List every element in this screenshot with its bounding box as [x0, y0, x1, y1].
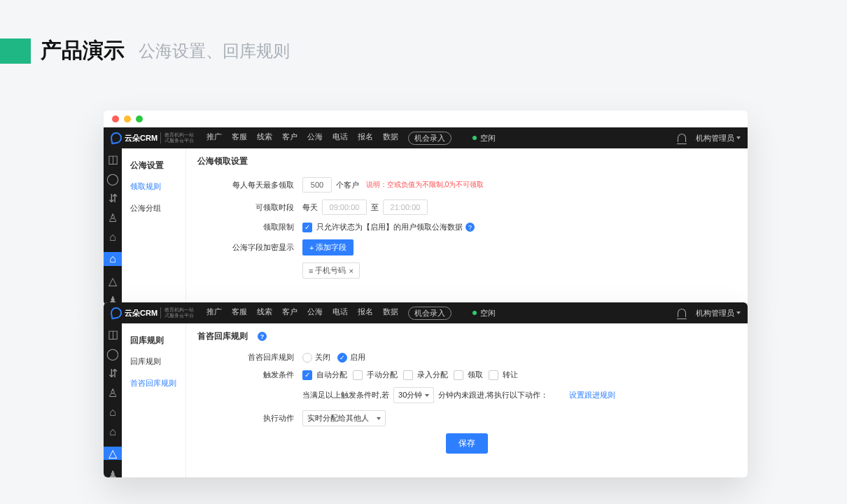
- nav-item[interactable]: 报名: [358, 307, 373, 320]
- top-nav: 推广 客服 线索 客户 公海 电话 报名 数据 机会录入: [206, 307, 451, 320]
- rail-icon[interactable]: ◫: [108, 154, 118, 164]
- cb-manual[interactable]: ✓: [353, 370, 363, 380]
- to: 至: [371, 202, 379, 213]
- user-menu[interactable]: 机构管理员: [696, 133, 741, 144]
- action-select[interactable]: 实时分配给其他人: [302, 410, 386, 426]
- rail-icon[interactable]: ⌂: [108, 407, 118, 417]
- slide-title: 产品演示: [41, 36, 125, 65]
- radio-off[interactable]: [302, 353, 312, 363]
- nav-item[interactable]: 数据: [383, 307, 398, 320]
- content-panel: 公海领取设置 每人每天最多领取 500 个客户 说明：空或负值为不限制,0为不可…: [186, 148, 748, 305]
- slide-accent: [0, 38, 31, 64]
- link-set-follow-rules[interactable]: 设置跟进规则: [569, 390, 615, 400]
- rail-icon[interactable]: ⌂: [108, 232, 118, 242]
- nav-item[interactable]: 客户: [282, 307, 298, 320]
- rail-icon[interactable]: ♙: [108, 388, 118, 398]
- cb-transfer[interactable]: ✓: [489, 370, 498, 380]
- slide-header: 产品演示 公海设置、回库规则: [0, 36, 290, 65]
- nav-item[interactable]: 公海: [307, 307, 323, 320]
- row-encrypt-fields: 公海字段加密显示 +添加字段: [197, 239, 736, 255]
- side-nav: 回库规则 回库规则 首咨回库规则: [122, 323, 186, 477]
- side-item-first-consult-rules[interactable]: 首咨回库规则: [122, 372, 186, 394]
- side-item-return-rules[interactable]: 回库规则: [122, 351, 186, 372]
- time-start-input[interactable]: 09:00:00: [322, 200, 367, 215]
- side-title: 公海设置: [122, 155, 186, 176]
- suffix: 个客户: [336, 180, 359, 190]
- logo-tagline: 教育机构一站 式服务云平台: [160, 132, 194, 143]
- rail-icon[interactable]: ♟: [108, 470, 118, 477]
- rail-icon[interactable]: ⌂: [108, 427, 118, 437]
- bell-icon[interactable]: [678, 309, 686, 317]
- logo[interactable]: 云朵CRM 教育机构一站 式服务云平台: [111, 132, 194, 144]
- nav-item[interactable]: 线索: [257, 307, 272, 320]
- status-text: 空闲: [480, 133, 496, 144]
- nav-item[interactable]: 推广: [206, 307, 222, 320]
- nav-pill[interactable]: 机会录入: [408, 307, 451, 320]
- help-icon[interactable]: ?: [465, 223, 475, 232]
- logo-icon: [110, 307, 123, 320]
- help-icon[interactable]: ?: [258, 332, 267, 341]
- hint: 说明：空或负值为不限制,0为不可领取: [366, 180, 484, 190]
- checkbox-enabled-only[interactable]: ✓: [302, 223, 312, 232]
- field-tag-phone[interactable]: ≡手机号码×: [302, 262, 360, 279]
- nav-item[interactable]: 电话: [332, 307, 348, 320]
- minutes-select[interactable]: 30分钟: [393, 387, 434, 403]
- add-field-button[interactable]: +添加字段: [302, 239, 354, 255]
- cb-auto[interactable]: ✓: [302, 370, 312, 380]
- close-dot[interactable]: [112, 115, 119, 122]
- rail-icon[interactable]: ◫: [108, 329, 118, 339]
- rail-icon[interactable]: ◯: [108, 349, 118, 358]
- side-item-groups[interactable]: 公海分组: [122, 197, 186, 219]
- close-icon[interactable]: ×: [349, 267, 353, 275]
- window-gonghai-settings: 云朵CRM 教育机构一站 式服务云平台 推广 客服 线索 客户 公海 电话 报名…: [104, 111, 748, 305]
- side-item-claim-rules[interactable]: 领取规则: [122, 176, 186, 197]
- checkbox-label: 只允许状态为【启用】的用户领取公海数据: [316, 222, 463, 232]
- user-menu[interactable]: 机构管理员: [696, 308, 741, 318]
- max-claim-input[interactable]: 500: [302, 177, 332, 192]
- cb-input[interactable]: ✓: [403, 370, 413, 380]
- radio-off-label: 关闭: [315, 352, 330, 363]
- cb-claim[interactable]: ✓: [454, 370, 463, 380]
- rail-icon[interactable]: ⇵: [108, 368, 118, 378]
- nav-item[interactable]: 推广: [206, 132, 222, 145]
- min-dot[interactable]: [124, 115, 131, 122]
- status-indicator[interactable]: 空闲: [472, 133, 496, 144]
- logo-brand: 云朵CRM: [125, 308, 158, 318]
- radio-on[interactable]: [337, 353, 347, 363]
- chevron-down-icon: [377, 417, 381, 420]
- icon-rail: ◫ ◯ ⇵ ♙ ⌂ ⌂ △ ♟: [104, 148, 122, 305]
- drag-icon: ≡: [309, 267, 312, 275]
- rail-icon[interactable]: ♙: [108, 213, 118, 223]
- rail-icon-active[interactable]: ⌂: [104, 252, 122, 266]
- status-text: 空闲: [480, 308, 496, 318]
- nav-item[interactable]: 数据: [383, 132, 398, 145]
- nav-item[interactable]: 线索: [257, 132, 272, 145]
- label: 执行动作: [197, 413, 302, 424]
- rail-icon-active[interactable]: △: [104, 447, 122, 460]
- rail-icon[interactable]: △: [108, 276, 118, 286]
- topbar: 云朵CRM 教育机构一站 式服务云平台 推广 客服 线索 客户 公海 电话 报名…: [104, 127, 748, 148]
- nav-item[interactable]: 客户: [282, 132, 298, 145]
- row-field-tags: ≡手机号码×: [197, 262, 736, 279]
- nav-pill[interactable]: 机会录入: [408, 132, 451, 145]
- rail-icon[interactable]: ⇵: [108, 193, 118, 203]
- max-dot[interactable]: [136, 115, 143, 122]
- row-time-range: 可领取时段 每天 09:00:00 至 21:00:00: [197, 200, 736, 215]
- logo[interactable]: 云朵CRM 教育机构一站 式服务云平台: [111, 307, 194, 318]
- nav-item[interactable]: 客服: [232, 307, 247, 320]
- nav-item[interactable]: 电话: [332, 132, 348, 145]
- save-button[interactable]: 保存: [446, 433, 488, 454]
- content-title: 公海领取设置: [197, 155, 736, 167]
- nav-item[interactable]: 客服: [232, 132, 247, 145]
- nav-item[interactable]: 公海: [307, 132, 323, 145]
- status-indicator[interactable]: 空闲: [472, 308, 496, 318]
- bell-icon[interactable]: [678, 134, 686, 142]
- prefix: 每天: [302, 202, 318, 213]
- side-nav: 公海设置 领取规则 公海分组: [122, 148, 186, 305]
- cond-pre: 当满足以上触发条件时,若: [302, 390, 389, 400]
- row-action: 执行动作 实时分配给其他人: [197, 410, 736, 426]
- time-end-input[interactable]: 21:00:00: [383, 200, 428, 215]
- nav-item[interactable]: 报名: [358, 132, 373, 145]
- icon-rail: ◫ ◯ ⇵ ♙ ⌂ ⌂ △ ♟: [104, 323, 122, 477]
- rail-icon[interactable]: ◯: [108, 174, 118, 183]
